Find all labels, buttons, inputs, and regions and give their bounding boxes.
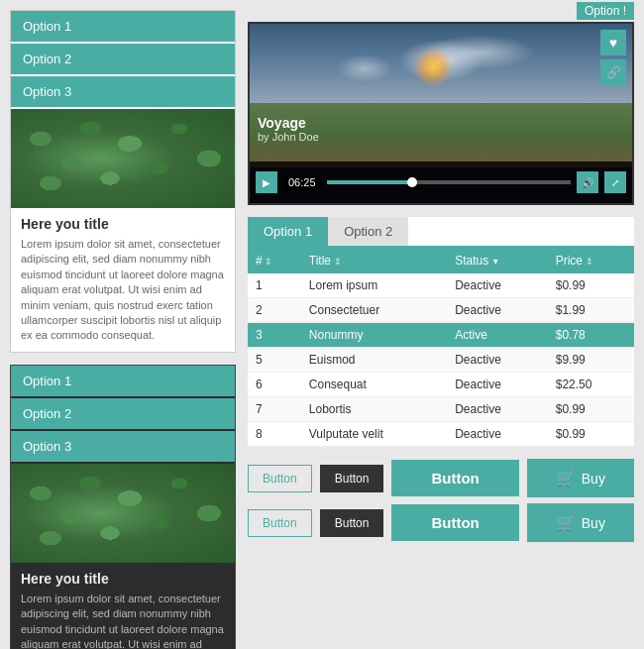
col-status[interactable]: Status <box>447 248 548 273</box>
progress-thumb <box>407 177 417 187</box>
volume-icon: 🔊 <box>582 177 593 188</box>
cell-title: Euismod <box>301 348 447 373</box>
heart-icon: ♥ <box>609 35 617 51</box>
table-row[interactable]: 5EuismodDeactive$9.99 <box>248 348 634 373</box>
buy-button-2[interactable]: 🛒 Buy <box>527 503 634 542</box>
dark-option2-button[interactable]: Option 2 <box>11 398 235 429</box>
progress-bar[interactable] <box>327 180 571 184</box>
cell-status: Deactive <box>447 422 548 447</box>
light-option3-button[interactable]: Option 3 <box>11 76 235 107</box>
col-title[interactable]: Title <box>301 248 447 273</box>
cart-icon-1: 🛒 <box>556 469 576 487</box>
cell-status: Active <box>447 323 548 348</box>
cell-price: $1.99 <box>548 298 634 323</box>
cell-title: Lorem ipsum <box>301 273 447 298</box>
video-player: Voyage by John Doe ♥ 🔗 ▶ 06:25 <box>248 22 634 205</box>
button-2[interactable]: Button <box>320 465 384 492</box>
video-title: Voyage <box>258 115 319 131</box>
button-large-2[interactable]: Button <box>391 504 518 541</box>
cell-price: $0.78 <box>548 323 634 348</box>
cell-price: $9.99 <box>548 348 634 373</box>
col-num[interactable]: # <box>248 248 301 273</box>
table-section: Option 1 Option 2 # Title Status Price 1… <box>248 217 634 447</box>
fullscreen-button[interactable]: ⤢ <box>604 171 626 193</box>
cell-title: Vulputate velit <box>301 422 447 447</box>
button-4[interactable]: Button <box>320 509 384 537</box>
cell-price: $22.50 <box>548 373 634 397</box>
light-card-widget: Option 1 Option 2 Option 3 Here you titl… <box>10 10 236 353</box>
table-header-row: # Title Status Price <box>248 248 634 273</box>
fullscreen-icon: ⤢ <box>611 177 619 188</box>
cell-price: $0.99 <box>548 422 634 447</box>
progress-fill <box>327 180 412 184</box>
cell-price: $0.99 <box>548 273 634 298</box>
play-button[interactable]: ▶ <box>256 171 277 193</box>
cell-status: Deactive <box>447 373 548 397</box>
cell-title: Consequat <box>301 373 447 397</box>
cell-num: 3 <box>248 323 301 348</box>
cell-status: Deactive <box>447 348 548 373</box>
dark-card-widget: Option 1 Option 2 Option 3 Here you titl… <box>10 365 236 649</box>
cell-num: 2 <box>248 298 301 323</box>
light-card-text: Lorem ipsum dolor sit amet, consectetuer… <box>21 237 225 344</box>
cell-num: 1 <box>248 273 301 298</box>
light-option1-button[interactable]: Option 1 <box>11 11 235 42</box>
table-row[interactable]: 2ConsectetuerDeactive$1.99 <box>248 298 634 323</box>
tab-bar: Option 1 Option 2 <box>248 217 634 248</box>
link-icon: 🔗 <box>606 65 621 79</box>
cell-status: Deactive <box>447 273 548 298</box>
cart-icon-2: 🛒 <box>556 513 576 532</box>
cell-num: 7 <box>248 397 301 422</box>
dark-option1-button[interactable]: Option 1 <box>11 366 235 396</box>
dark-card-body: Here you title Lorem ipsum dolor sit ame… <box>11 563 235 649</box>
light-card-body: Here you title Lorem ipsum dolor sit ame… <box>11 208 235 352</box>
dark-leaf-overlay <box>11 464 235 563</box>
table-row[interactable]: 6ConsequatDeactive$22.50 <box>248 373 634 397</box>
buttons-section: Button Button Button 🛒 Buy Button Button… <box>248 459 634 542</box>
button-3[interactable]: Button <box>248 509 312 537</box>
cell-num: 5 <box>248 348 301 373</box>
corner-option-label: Option ! <box>577 2 634 20</box>
table-head: # Title Status Price <box>248 248 634 273</box>
buy-button-1[interactable]: 🛒 Buy <box>527 459 634 497</box>
video-heart-button[interactable]: ♥ <box>600 30 626 55</box>
cell-num: 6 <box>248 373 301 397</box>
right-column: Option ! Voyage by John Doe ♥ 🔗 <box>248 10 634 649</box>
cell-title: Consectetuer <box>301 298 447 323</box>
button-large-1[interactable]: Button <box>391 460 518 496</box>
table-row[interactable]: 7LobortisDeactive$0.99 <box>248 397 634 422</box>
dark-card-text: Lorem ipsum dolor sit amet, consectetuer… <box>21 592 225 649</box>
leaf-overlay <box>11 109 235 208</box>
table-body: 1Lorem ipsumDeactive$0.992ConsectetuerDe… <box>248 273 634 447</box>
light-card-image <box>11 109 235 208</box>
left-column: Option 1 Option 2 Option 3 Here you titl… <box>10 10 236 649</box>
video-link-button[interactable]: 🔗 <box>600 59 626 85</box>
table-row[interactable]: 1Lorem ipsumDeactive$0.99 <box>248 273 634 298</box>
video-subtitle: by John Doe <box>258 131 319 143</box>
col-price[interactable]: Price <box>548 248 634 273</box>
buy-label-2: Buy <box>582 515 605 531</box>
buttons-row-1: Button Button Button 🛒 Buy <box>248 459 634 497</box>
cell-status: Deactive <box>447 298 548 323</box>
cell-title: Nonummy <box>301 323 447 348</box>
tab-option1[interactable]: Option 1 <box>248 217 328 246</box>
video-controls: ▶ 06:25 🔊 ⤢ <box>250 162 632 203</box>
table-row[interactable]: 8Vulputate velitDeactive$0.99 <box>248 422 634 447</box>
table-row[interactable]: 3NonummyActive$0.78 <box>248 323 634 348</box>
volume-button[interactable]: 🔊 <box>577 171 598 193</box>
button-1[interactable]: Button <box>248 465 312 492</box>
sun-glow <box>413 48 453 87</box>
dark-card-image <box>11 464 235 563</box>
tab-option2[interactable]: Option 2 <box>328 217 408 246</box>
video-thumbnail: Voyage by John Doe <box>250 24 632 167</box>
light-card-title: Here you title <box>21 216 225 232</box>
buttons-row-2: Button Button Button 🛒 Buy <box>248 503 634 542</box>
cell-title: Lobortis <box>301 397 447 422</box>
light-option2-button[interactable]: Option 2 <box>11 44 235 74</box>
dark-card-title: Here you title <box>21 571 225 587</box>
cell-price: $0.99 <box>548 397 634 422</box>
play-icon: ▶ <box>263 177 270 188</box>
video-overlay-text: Voyage by John Doe <box>258 115 319 143</box>
buy-label-1: Buy <box>582 471 605 487</box>
dark-option3-button[interactable]: Option 3 <box>11 431 235 462</box>
